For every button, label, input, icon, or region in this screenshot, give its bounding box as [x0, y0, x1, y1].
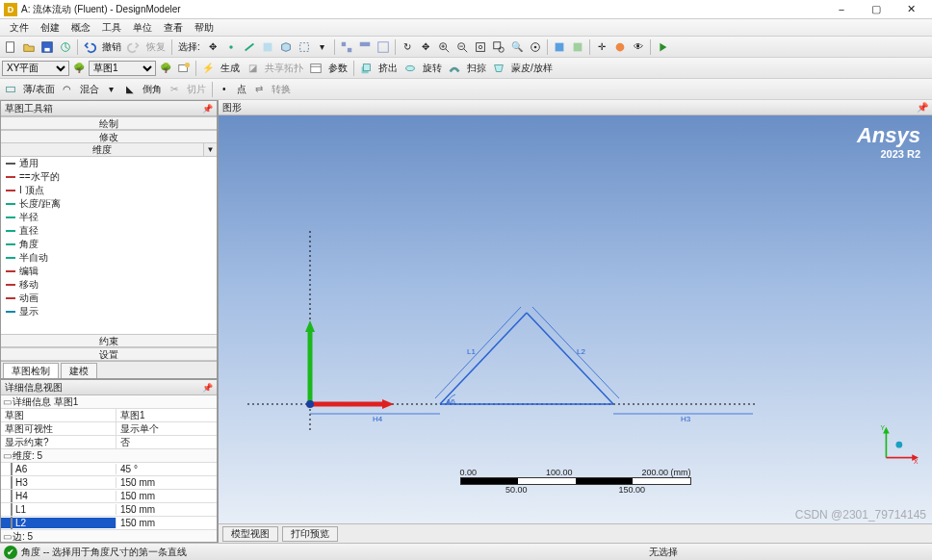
details-group[interactable]: ▭详细信息 草图1: [1, 395, 217, 409]
vis-1-icon[interactable]: [338, 38, 355, 56]
menu-create[interactable]: 创建: [35, 21, 65, 35]
view-triad[interactable]: Y X: [878, 425, 919, 466]
export-icon[interactable]: [57, 38, 74, 56]
tab-sketch[interactable]: 草图检制: [3, 363, 59, 378]
sketch-tree-icon[interactable]: 🌳: [157, 60, 174, 77]
menu-units[interactable]: 单位: [127, 21, 158, 35]
section-dimensions[interactable]: 维度 ▼: [1, 143, 217, 157]
section-constraint[interactable]: 约束: [1, 334, 217, 347]
visibility-icon[interactable]: 👁: [630, 38, 647, 56]
tool-item[interactable]: ==水平的: [1, 170, 217, 184]
collapse-icon[interactable]: ▭: [1, 450, 13, 461]
param-checkbox[interactable]: [11, 517, 13, 529]
zoom-out-icon[interactable]: [453, 38, 471, 56]
details-value[interactable]: 草图1: [116, 409, 217, 422]
tool-item[interactable]: 动画: [1, 292, 217, 305]
sketch-select[interactable]: 草图1: [89, 61, 156, 76]
sel-vert-icon[interactable]: [222, 38, 240, 56]
details-value[interactable]: 否: [116, 436, 217, 449]
params-button[interactable]: [307, 60, 324, 77]
sel-box-icon[interactable]: [296, 38, 313, 56]
vis-3-icon[interactable]: [375, 38, 392, 56]
revolve-button[interactable]: [401, 60, 419, 77]
chevron-down-icon[interactable]: ▼: [203, 143, 217, 156]
ball-icon[interactable]: [611, 38, 629, 56]
display-1-icon[interactable]: [551, 38, 568, 56]
collapse-icon[interactable]: ▭: [1, 531, 13, 542]
sel-face-icon[interactable]: [259, 38, 276, 56]
save-icon[interactable]: [39, 38, 56, 56]
redo-button[interactable]: [125, 38, 142, 56]
new-sketch-icon[interactable]: [175, 60, 193, 77]
tool-item[interactable]: 半自动: [1, 251, 217, 265]
details-row[interactable]: H4150 mm: [1, 490, 217, 503]
details-value[interactable]: 150 mm: [116, 491, 217, 501]
details-row[interactable]: 显示约束?否: [1, 436, 217, 449]
chamfer-button[interactable]: ◣: [121, 81, 139, 98]
details-grid[interactable]: ▭详细信息 草图1草图草图1草图可视性显示单个显示约束?否▭维度: 5A645 …: [1, 395, 217, 542]
tool-item[interactable]: 移动: [1, 278, 217, 292]
thin-button[interactable]: [2, 81, 19, 98]
tab-model[interactable]: 建模: [61, 363, 97, 378]
zoom-fit-icon[interactable]: [472, 38, 489, 56]
sel-ext-icon[interactable]: ▾: [314, 38, 331, 56]
menu-help[interactable]: 帮助: [189, 21, 220, 35]
section-settings[interactable]: 设置: [1, 347, 217, 361]
details-row[interactable]: H3150 mm: [1, 476, 217, 490]
section-draw[interactable]: 绘制: [1, 116, 217, 130]
share-topo-button[interactable]: ◪: [244, 60, 261, 77]
blend-dd-icon[interactable]: ▾: [103, 81, 120, 98]
tool-item[interactable]: 长度/距离: [1, 197, 217, 211]
details-value[interactable]: 150 mm: [116, 477, 217, 488]
details-row[interactable]: L2150 mm: [1, 517, 217, 530]
slice-button[interactable]: ✂: [166, 81, 183, 98]
maximize-button[interactable]: ▢: [859, 0, 893, 19]
plane-select[interactable]: XY平面: [2, 61, 69, 76]
tab-print-preview[interactable]: 打印预览: [282, 526, 338, 542]
zoom-in-icon[interactable]: [435, 38, 453, 56]
sel-body-icon[interactable]: [277, 38, 295, 56]
menu-tools[interactable]: 工具: [96, 21, 127, 35]
details-value[interactable]: 150 mm: [116, 518, 217, 528]
pin-icon[interactable]: 📌: [202, 383, 213, 393]
tab-model-view[interactable]: 模型视图: [222, 526, 278, 542]
display-2-icon[interactable]: [569, 38, 586, 56]
sweep-button[interactable]: [446, 60, 463, 77]
vis-2-icon[interactable]: [356, 38, 374, 56]
pin-icon[interactable]: 📌: [202, 104, 213, 114]
param-checkbox[interactable]: [11, 490, 13, 502]
extrude-button[interactable]: [357, 60, 375, 77]
details-row[interactable]: 草图草图1: [1, 409, 217, 422]
details-value[interactable]: 150 mm: [116, 504, 217, 515]
details-row[interactable]: A645 °: [1, 463, 217, 476]
convert-button[interactable]: ⇄: [250, 81, 268, 98]
generate-button[interactable]: ⚡: [199, 60, 217, 77]
details-group[interactable]: ▭维度: 5: [1, 449, 217, 463]
plane-icon[interactable]: ✛: [593, 38, 610, 56]
menu-file[interactable]: 文件: [4, 21, 35, 35]
blend-button[interactable]: ◠: [59, 81, 76, 98]
graphics-canvas[interactable]: Ansys 2023 R2: [219, 115, 932, 523]
section-modify[interactable]: 修改: [1, 130, 217, 143]
menu-concept[interactable]: 概念: [65, 21, 96, 35]
select-arrow-icon[interactable]: ✥: [204, 38, 221, 56]
param-checkbox[interactable]: [11, 476, 13, 489]
new-icon[interactable]: [2, 38, 19, 56]
open-icon[interactable]: [20, 38, 38, 56]
tool-item[interactable]: 角度: [1, 238, 217, 251]
zoom-prev-icon[interactable]: 🔍: [508, 38, 526, 56]
look-at-icon[interactable]: [527, 38, 544, 56]
details-value[interactable]: 45 °: [116, 464, 217, 474]
undo-button[interactable]: [81, 38, 98, 56]
point-button[interactable]: •: [216, 81, 233, 98]
pan-icon[interactable]: ✥: [417, 38, 434, 56]
collapse-icon[interactable]: ▭: [1, 396, 13, 407]
tool-item[interactable]: I 顶点: [1, 184, 217, 197]
param-checkbox[interactable]: [11, 463, 13, 475]
menu-view[interactable]: 查看: [158, 21, 189, 35]
param-checkbox[interactable]: [11, 503, 13, 516]
play-icon[interactable]: [654, 38, 671, 56]
tool-item[interactable]: 直径: [1, 224, 217, 238]
pin-icon[interactable]: 📌: [917, 102, 928, 113]
tool-item[interactable]: 半径: [1, 211, 217, 224]
